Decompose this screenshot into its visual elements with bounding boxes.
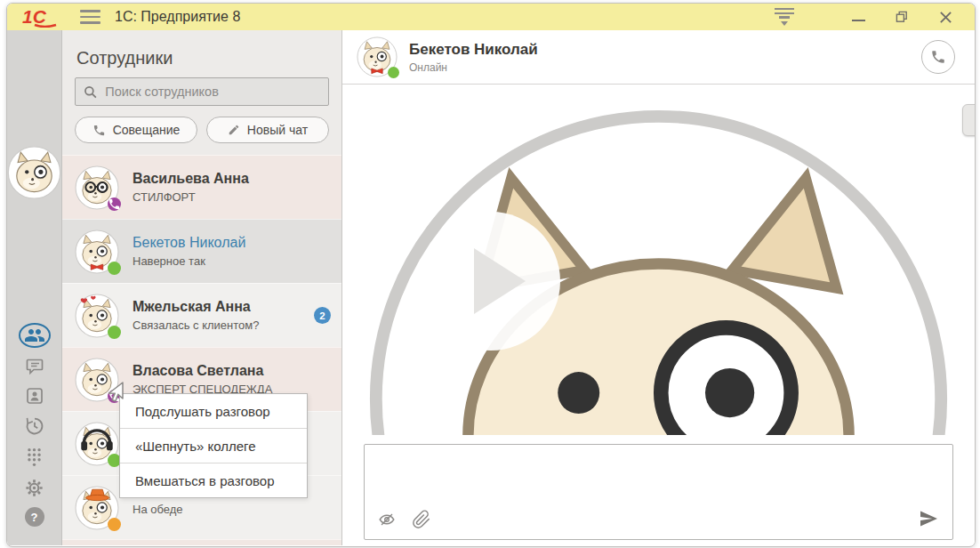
eye-slash-icon xyxy=(377,510,397,529)
contact-name: Бекетов Николай xyxy=(133,235,331,251)
meeting-button-label: Совещание xyxy=(113,123,181,137)
contact-status: Наверное так xyxy=(133,254,331,268)
new-chat-button[interactable]: Новый чат xyxy=(206,117,329,143)
hamburger-menu-icon[interactable] xyxy=(80,10,100,23)
menu-item-listen[interactable]: Подслушать разговор xyxy=(120,394,307,429)
unread-count-badge: 2 xyxy=(314,307,331,324)
call-button[interactable] xyxy=(921,40,955,74)
contact-row[interactable] xyxy=(62,539,341,545)
chat-bubble-icon xyxy=(24,356,45,377)
window-title: 1С: Предприятие 8 xyxy=(115,9,240,25)
attach-file-button[interactable] xyxy=(412,510,431,529)
contact-name: Васильева Анна xyxy=(133,171,331,187)
phone-icon xyxy=(92,124,106,137)
paperclip-icon xyxy=(412,510,431,529)
help-icon: ? xyxy=(25,507,44,527)
service-menu-icon[interactable] xyxy=(775,7,794,27)
contact-row[interactable]: Васильева Анна СТИЛФОРТ xyxy=(62,155,341,219)
play-icon xyxy=(474,248,526,314)
mouse-cursor xyxy=(106,382,125,408)
away-status-dot xyxy=(108,518,121,531)
menu-item-intervene[interactable]: Вмешаться в разговор xyxy=(120,463,307,497)
sidebar-item-settings[interactable] xyxy=(19,477,51,499)
sidebar-item-dialpad[interactable] xyxy=(19,446,51,469)
current-user-avatar[interactable] xyxy=(7,45,61,300)
online-status-dot xyxy=(388,67,399,78)
chat-contact-name: Бекетов Николай xyxy=(409,41,538,59)
send-icon xyxy=(918,508,939,529)
dialpad-icon xyxy=(24,446,44,469)
contact-row-selected[interactable]: Бекетов Николай Наверное так xyxy=(62,219,341,283)
menu-item-whisper[interactable]: «Шепнуть» коллеге xyxy=(120,429,307,463)
gear-icon xyxy=(23,477,45,499)
chat-message-incoming: Может сразу надо давать контакт, как свя… xyxy=(962,104,975,136)
1c-logo: 1С xyxy=(21,6,57,28)
sidebar-item-help[interactable]: ? xyxy=(19,507,51,527)
titlebar: 1С 1С: Предприятие 8 xyxy=(7,4,975,30)
video-play-overlay[interactable] xyxy=(422,212,560,351)
app-window: 1С 1С: Предприятие 8 xyxy=(6,3,976,547)
chat-contact-presence: Онлайн xyxy=(409,61,538,74)
close-button[interactable] xyxy=(936,7,955,27)
icon-sidebar: ? xyxy=(7,30,62,545)
sidebar-item-contact-card[interactable] xyxy=(19,385,51,407)
contact-status: Связалась с клиентом? xyxy=(133,318,314,332)
search-input[interactable] xyxy=(103,84,320,100)
minimize-button[interactable] xyxy=(848,7,868,27)
contact-row[interactable]: Мжельская Анна Связалась с клиентом? 2 xyxy=(62,283,341,347)
on-call-status-dot xyxy=(108,197,121,211)
meeting-button[interactable]: Совещание xyxy=(75,117,197,143)
pencil-icon xyxy=(228,124,240,136)
online-status-dot xyxy=(108,262,121,275)
new-chat-button-label: Новый чат xyxy=(247,123,308,137)
svg-text:1С: 1С xyxy=(22,6,47,27)
chat-header: Бекетов Николай Онлайн xyxy=(342,30,975,85)
online-status-dot xyxy=(108,326,121,339)
contact-name: Власова Светлана xyxy=(133,363,331,379)
people-icon xyxy=(24,325,45,346)
contact-name: Мжельская Анна xyxy=(133,299,314,315)
search-box[interactable] xyxy=(75,77,329,106)
send-button[interactable] xyxy=(918,508,939,529)
sidebar-item-chats[interactable] xyxy=(19,356,51,377)
hidden-mode-button[interactable] xyxy=(377,510,397,529)
panel-title: Сотрудники xyxy=(76,48,327,68)
phone-icon xyxy=(930,49,946,65)
context-menu: Подслушать разговор «Шепнуть» коллеге Вм… xyxy=(119,393,308,498)
contact-status: СТИЛФОРТ xyxy=(133,190,331,204)
contact-card-icon xyxy=(24,385,45,407)
message-composer xyxy=(364,444,953,540)
sidebar-item-contacts[interactable] xyxy=(19,323,51,348)
contact-status: На обеде xyxy=(133,503,331,516)
restore-button[interactable] xyxy=(892,7,912,27)
history-clock-icon xyxy=(23,415,46,438)
message-input[interactable] xyxy=(375,452,945,505)
search-icon xyxy=(84,85,97,100)
sidebar-item-history[interactable] xyxy=(19,415,51,438)
